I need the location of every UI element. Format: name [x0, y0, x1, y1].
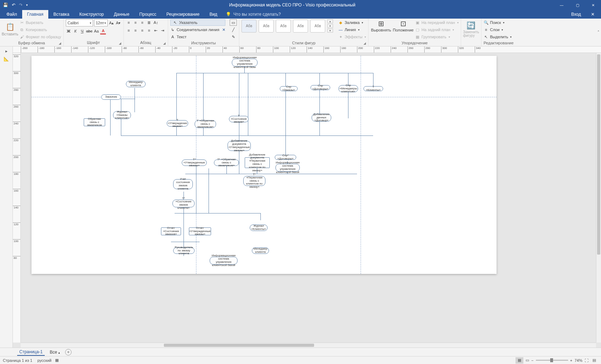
- connector[interactable]: [209, 168, 209, 213]
- connector[interactable]: [171, 242, 200, 242]
- zoom-thumb[interactable]: [550, 358, 553, 362]
- align-left-button[interactable]: ≡: [126, 27, 132, 34]
- connector[interactable]: [260, 213, 261, 220]
- diagram-node[interactable]: Информационная система управления клиент…: [232, 59, 258, 67]
- connector[interactable]: [175, 213, 260, 213]
- gallery-down-icon[interactable]: ▾: [327, 24, 333, 28]
- connector[interactable]: [239, 151, 239, 174]
- zoom-in-button[interactable]: +: [570, 358, 572, 363]
- redo-icon[interactable]: ↷: [19, 3, 23, 8]
- font-size-select[interactable]: 12пт▾: [94, 19, 108, 26]
- tab-home[interactable]: Главная: [22, 10, 49, 19]
- pointer-tool-button[interactable]: ↖Указатель: [170, 19, 225, 26]
- connector[interactable]: [185, 174, 357, 174]
- style-swatch[interactable]: Абв: [310, 20, 325, 33]
- styles-launcher-icon[interactable]: ◢: [363, 41, 366, 45]
- scroll-thumb[interactable]: [597, 54, 600, 255]
- find-button[interactable]: 🔍Поиск▾: [484, 19, 512, 26]
- paste-button[interactable]: 📋Вставить: [2, 19, 18, 39]
- qat-dropdown-icon[interactable]: ▾: [26, 3, 28, 7]
- align-center-button[interactable]: ≡: [133, 27, 138, 34]
- tab-design[interactable]: Конструктор: [74, 10, 109, 19]
- zoom-out-button[interactable]: −: [531, 358, 533, 363]
- fill-button[interactable]: ◆Заливка▾: [338, 19, 366, 26]
- diagram-node[interactable]: Т «Состояние заказа»: [229, 116, 249, 122]
- zoom-slider[interactable]: [536, 360, 568, 361]
- diagram-node[interactable]: Спр «Договоры»: [311, 85, 330, 90]
- tab-process[interactable]: Процесс: [135, 10, 161, 19]
- bold-button[interactable]: Ж: [66, 28, 72, 34]
- diagram-node[interactable]: Менеджер клиента: [252, 247, 269, 254]
- save-icon[interactable]: 💾: [3, 3, 8, 8]
- style-swatch[interactable]: Абв: [276, 20, 291, 33]
- italic-button[interactable]: К: [73, 28, 78, 34]
- all-pages-button[interactable]: Все ▴: [50, 350, 60, 355]
- shrink-font-button[interactable]: A▾: [116, 20, 121, 26]
- position-button[interactable]: ⊡Положение: [393, 19, 414, 32]
- status-language[interactable]: русский: [37, 358, 51, 363]
- gallery-more-icon[interactable]: ▾: [327, 29, 333, 33]
- align-right-button[interactable]: ≡: [140, 27, 145, 34]
- minimize-button[interactable]: —: [554, 0, 570, 10]
- effects-button[interactable]: ✦Эффекты▾: [338, 34, 366, 40]
- connector[interactable]: [196, 168, 196, 213]
- indent-inc-button[interactable]: ⇥: [160, 27, 166, 34]
- diagram-node[interactable]: Спр «Менеджеры клиентов»: [338, 85, 358, 92]
- diagram-node[interactable]: Отчет «Утвержденные заказы»: [189, 227, 211, 235]
- tab-insert[interactable]: Вставка: [48, 10, 74, 19]
- line-button[interactable]: —Линия▾: [338, 26, 366, 33]
- diagram-node[interactable]: Спр «Заказы»: [280, 86, 298, 91]
- diagram-node[interactable]: Заказчик: [101, 94, 121, 100]
- view-presentation-icon[interactable]: ▭: [523, 357, 531, 364]
- diagram-node[interactable]: Журнал «Клиенты»: [250, 225, 268, 231]
- collapse-ribbon-icon[interactable]: ˄: [597, 30, 600, 35]
- diagram-node[interactable]: Т* «Первичная связь с клиентом по заказу…: [243, 176, 265, 186]
- select-button[interactable]: ↖Выделить▾: [484, 34, 512, 40]
- connector-tool-button[interactable]: ↳Соединительная линия✕: [170, 26, 225, 33]
- view-normal-icon[interactable]: ▦: [516, 357, 523, 364]
- shapes-icon[interactable]: 📐: [4, 56, 9, 62]
- diagram-node[interactable]: Добавление документа «Первичная связь с …: [245, 157, 270, 168]
- clipboard-launcher-icon[interactable]: ◢: [59, 41, 61, 45]
- line-shape-button[interactable]: ╱: [230, 26, 237, 33]
- font-color-button[interactable]: A: [100, 28, 106, 34]
- diagram-node[interactable]: Т «Утверждение заказа»: [167, 120, 188, 127]
- align-middle-button[interactable]: ≡: [133, 19, 138, 26]
- connector[interactable]: [110, 99, 111, 136]
- indent-dec-button[interactable]: ⇤: [153, 27, 159, 34]
- scroll-thumb[interactable]: [164, 344, 314, 347]
- diagram-node[interactable]: Т «Обратная связь с заказчиком»: [195, 120, 216, 128]
- align-top-button[interactable]: ≡: [126, 19, 132, 26]
- style-swatch[interactable]: Абв: [259, 20, 274, 33]
- diagram-node[interactable]: Журнал «Заказы клиентов»: [113, 111, 131, 119]
- diagram-node[interactable]: Т* «Утвержденные заказы»: [182, 159, 207, 166]
- format-painter-button[interactable]: 🖌Формат по образцу: [19, 34, 61, 40]
- align-bottom-button[interactable]: ≡: [140, 19, 145, 26]
- signin-button[interactable]: Вход: [566, 10, 586, 19]
- vertical-scrollbar[interactable]: [596, 53, 601, 343]
- rectangle-shape-button[interactable]: ▭: [230, 19, 237, 26]
- text-direction-button[interactable]: A↕: [153, 19, 159, 26]
- tab-view[interactable]: Вид: [205, 10, 223, 19]
- tell-me-search[interactable]: 💡Что вы хотите сделать?: [222, 10, 284, 19]
- tab-data[interactable]: Данные: [109, 10, 134, 19]
- drawing-page[interactable]: Информационная система управления клиент…: [31, 56, 497, 274]
- freeform-button[interactable]: ✎: [230, 34, 237, 40]
- bring-front-button[interactable]: ▣На передний план▾: [415, 19, 459, 26]
- connector[interactable]: [239, 73, 239, 136]
- connector[interactable]: [348, 73, 348, 118]
- change-shape-button[interactable]: 🔄Заменить фигуру: [463, 19, 479, 39]
- diagram-node[interactable]: Т* «Обратная связь с заказчиком»: [214, 159, 239, 166]
- connector[interactable]: [121, 136, 373, 136]
- tab-file[interactable]: Файл: [1, 10, 22, 19]
- connector[interactable]: [319, 73, 320, 136]
- close-app-button[interactable]: ✕: [586, 10, 600, 19]
- diagram-node[interactable]: Т «Клиенты»: [363, 86, 383, 91]
- paragraph-launcher-icon[interactable]: ◢: [163, 41, 166, 45]
- fit-page-icon[interactable]: ⛶: [582, 357, 590, 364]
- diagram-node[interactable]: Учет состояния заказа клиента: [173, 179, 193, 189]
- align-button[interactable]: ⊞Выровнять: [371, 19, 391, 32]
- connector[interactable]: [135, 88, 135, 112]
- text-tool-button[interactable]: AТекст: [170, 34, 225, 40]
- connector[interactable]: [248, 73, 248, 136]
